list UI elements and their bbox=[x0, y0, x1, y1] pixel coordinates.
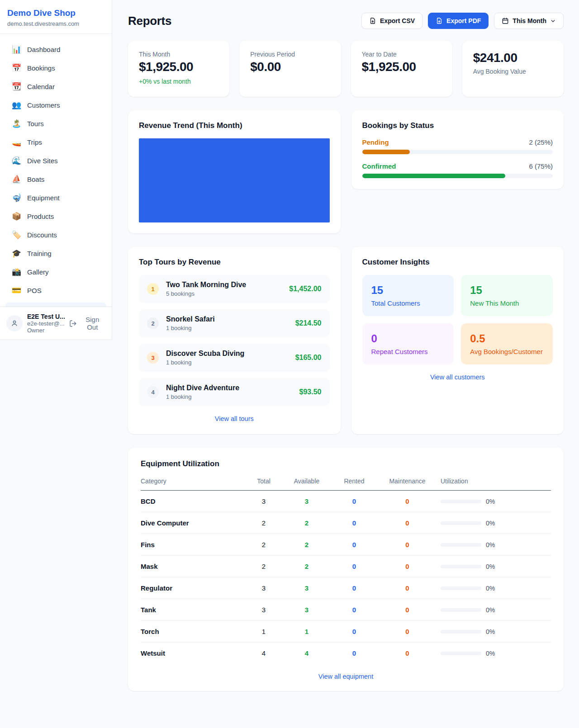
cell-utilization: 0% bbox=[486, 650, 495, 657]
page-title: Reports bbox=[128, 14, 171, 28]
table-row: Wetsuit 4 4 0 0 0% bbox=[141, 643, 551, 664]
cell-category: Dive Computer bbox=[141, 512, 246, 534]
cell-rented: 0 bbox=[332, 621, 377, 643]
stat-label: Year to Date bbox=[362, 51, 441, 58]
avatar bbox=[6, 315, 23, 331]
sidebar-item-tours[interactable]: 🏝️ Tours bbox=[0, 114, 112, 133]
sidebar-item-boats[interactable]: ⛵ Boats bbox=[0, 170, 112, 189]
table-row: Mask 2 2 0 0 0% bbox=[141, 556, 551, 577]
cell-rented: 0 bbox=[332, 534, 377, 556]
header-actions: Export CSV Export PDF This Month bbox=[361, 13, 564, 29]
page-header: Reports Export CSV Export PDF bbox=[128, 13, 564, 29]
tour-row[interactable]: 2 Snorkel Safari 1 booking $214.50 bbox=[139, 309, 330, 337]
sailboat-icon: ⛵ bbox=[12, 175, 21, 184]
export-csv-label: Export CSV bbox=[380, 17, 415, 24]
rank-badge: 1 bbox=[147, 283, 159, 295]
sidebar-item-discounts[interactable]: 🏷️ Discounts bbox=[0, 226, 112, 244]
utilization-bar bbox=[441, 543, 481, 547]
tour-row[interactable]: 1 Two Tank Morning Dive 5 bookings $1,45… bbox=[139, 275, 330, 303]
cell-available: 2 bbox=[282, 512, 332, 534]
tour-row[interactable]: 4 Night Dive Adventure 1 booking $93.50 bbox=[139, 378, 330, 406]
sidebar-item-bookings[interactable]: 📅 Bookings bbox=[0, 59, 112, 77]
cell-category: Regulator bbox=[141, 577, 246, 599]
brand: Demo Dive Shop demo.test.divestreams.com bbox=[0, 0, 112, 34]
status-count: 2 (25%) bbox=[529, 138, 553, 146]
chevron-down-icon bbox=[550, 18, 556, 24]
export-pdf-button[interactable]: Export PDF bbox=[428, 13, 489, 29]
period-dropdown[interactable]: This Month bbox=[494, 13, 564, 29]
tour-bookings: 5 bookings bbox=[166, 290, 246, 297]
cell-utilization: 0% bbox=[486, 520, 495, 527]
sidebar-item-customers[interactable]: 👥 Customers bbox=[0, 96, 112, 114]
sidebar-item-dashboard[interactable]: 📊 Dashboard bbox=[0, 40, 112, 59]
stats-row: This Month $1,925.00 +0% vs last month P… bbox=[128, 41, 564, 97]
sidebar-item-products[interactable]: 📦 Products bbox=[0, 207, 112, 226]
status-label: Pending bbox=[362, 138, 389, 146]
top-tours-card: Top Tours by Revenue 1 Two Tank Morning … bbox=[128, 247, 341, 434]
credit-card-icon: 💳 bbox=[12, 286, 21, 295]
user-name: E2E Test U... bbox=[27, 313, 65, 320]
table-row: Regulator 3 3 0 0 0% bbox=[141, 577, 551, 599]
view-all-equipment-link[interactable]: View all equipment bbox=[318, 673, 373, 680]
cell-total: 4 bbox=[246, 643, 282, 664]
tour-amount: $1,452.00 bbox=[289, 285, 321, 293]
sidebar-item-equipment[interactable]: 🤿 Equipment bbox=[0, 189, 112, 207]
insight-value: 0 bbox=[371, 332, 445, 345]
cell-utilization: 0% bbox=[486, 606, 495, 614]
sidebar-item-gallery[interactable]: 📸 Gallery bbox=[0, 263, 112, 281]
sidebar-item-calendar[interactable]: 📆 Calendar bbox=[0, 77, 112, 96]
cell-total: 1 bbox=[246, 621, 282, 643]
cell-category: Torch bbox=[141, 621, 246, 643]
column-header-total: Total bbox=[246, 477, 282, 491]
tag-icon: 🏷️ bbox=[12, 230, 21, 240]
insight-label: Repeat Customers bbox=[371, 348, 445, 355]
cell-available: 3 bbox=[282, 577, 332, 599]
insight-tile-repeat-customers: 0 Repeat Customers bbox=[362, 323, 454, 364]
stat-card-year-to-date: Year to Date $1,925.00 bbox=[351, 41, 452, 97]
sidebar-item-pos[interactable]: 💳 POS bbox=[0, 281, 112, 300]
cell-category: Mask bbox=[141, 556, 246, 577]
person-icon bbox=[10, 319, 19, 327]
logout-icon bbox=[69, 320, 77, 327]
progress-fill bbox=[362, 174, 505, 178]
cell-category: BCD bbox=[141, 491, 246, 512]
cell-rented: 0 bbox=[332, 599, 377, 621]
insight-label: New This Month bbox=[470, 299, 544, 307]
export-csv-button[interactable]: Export CSV bbox=[361, 13, 422, 29]
sidebar-item-dive-sites[interactable]: 🌊 Dive Sites bbox=[0, 151, 112, 170]
cell-available: 3 bbox=[282, 599, 332, 621]
sidebar-item-label: Dive Sites bbox=[27, 157, 58, 165]
cell-utilization: 0% bbox=[486, 498, 495, 505]
view-all-customers-link[interactable]: View all customers bbox=[430, 373, 485, 381]
stat-label: This Month bbox=[139, 51, 218, 58]
cell-available: 1 bbox=[282, 621, 332, 643]
view-all-tours-link[interactable]: View all tours bbox=[215, 415, 254, 422]
customer-insights-card: Customer Insights 15 Total Customers 15 … bbox=[351, 247, 564, 434]
cell-maintenance: 0 bbox=[377, 621, 438, 643]
insights-row: Top Tours by Revenue 1 Two Tank Morning … bbox=[128, 247, 564, 434]
cell-available: 3 bbox=[282, 491, 332, 512]
sign-out-button[interactable]: Sign Out bbox=[69, 316, 105, 331]
charts-row: Revenue Trend (This Month) Bookings by S… bbox=[128, 110, 564, 233]
sidebar-item-training[interactable]: 🎓 Training bbox=[0, 244, 112, 263]
brand-name[interactable]: Demo Dive Shop bbox=[7, 8, 104, 18]
brand-domain: demo.test.divestreams.com bbox=[7, 20, 104, 27]
cell-total: 3 bbox=[246, 599, 282, 621]
tour-bookings: 1 booking bbox=[166, 393, 239, 400]
progress-track bbox=[362, 150, 553, 154]
cell-rented: 0 bbox=[332, 491, 377, 512]
column-header-category: Category bbox=[141, 477, 246, 491]
user-panel: E2E Test U... e2e-tester@... Owner Sign … bbox=[0, 307, 112, 340]
cell-maintenance: 0 bbox=[377, 512, 438, 534]
utilization-bar bbox=[441, 630, 481, 633]
island-icon: 🏝️ bbox=[12, 119, 21, 128]
stat-label: Avg Booking Value bbox=[473, 68, 553, 75]
status-row-confirmed: Confirmed 6 (75%) bbox=[362, 162, 553, 178]
tour-bookings: 1 booking bbox=[166, 325, 215, 331]
stat-value: $241.00 bbox=[473, 51, 553, 65]
cell-utilization: 0% bbox=[486, 585, 495, 592]
tour-row[interactable]: 3 Discover Scuba Diving 1 booking $165.0… bbox=[139, 344, 330, 372]
sidebar-item-trips[interactable]: 🚤 Trips bbox=[0, 133, 112, 151]
insight-tile-avg-bookings: 0.5 Avg Bookings/Customer bbox=[461, 323, 553, 364]
cell-utilization: 0% bbox=[486, 563, 495, 570]
